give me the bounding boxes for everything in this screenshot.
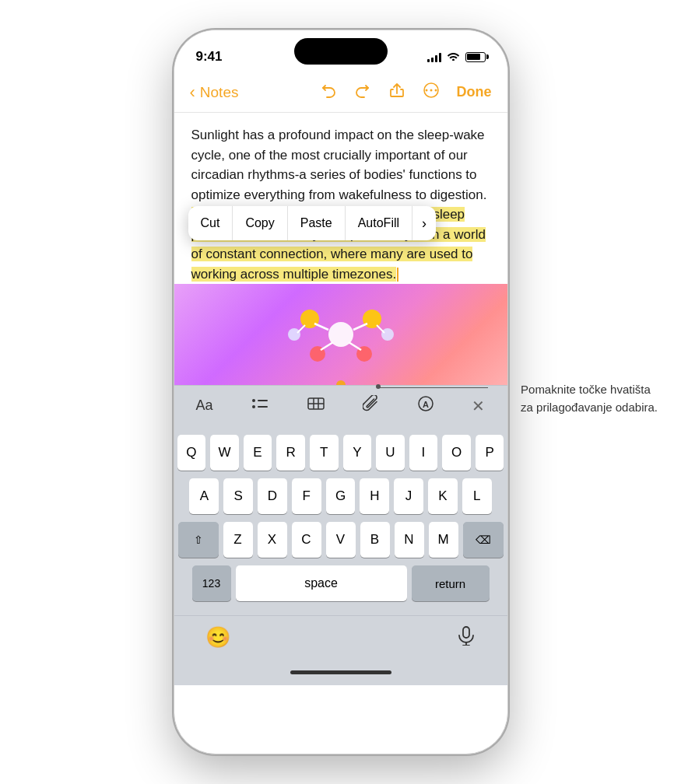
key-i[interactable]: I: [409, 435, 438, 471]
emoji-button[interactable]: 😊: [205, 625, 230, 649]
svg-line-13: [321, 342, 333, 350]
nav-bar: ‹ Notes Done: [174, 72, 507, 113]
svg-line-12: [353, 324, 367, 330]
signal-icon: [427, 51, 441, 62]
svg-point-1: [430, 89, 432, 92]
autofill-button[interactable]: AutoFill: [346, 206, 412, 240]
key-t[interactable]: T: [310, 435, 339, 471]
image-area: [174, 284, 507, 385]
svg-point-10: [381, 328, 394, 341]
key-m[interactable]: M: [429, 522, 458, 558]
dynamic-island: [294, 38, 388, 65]
key-d[interactable]: D: [258, 478, 287, 514]
key-h[interactable]: H: [360, 478, 389, 514]
selection-handle[interactable]: [336, 380, 346, 385]
svg-point-9: [288, 328, 300, 341]
text-cursor: [397, 268, 398, 282]
delete-key[interactable]: ⌫: [463, 522, 504, 558]
battery-icon: [465, 52, 486, 62]
callout-line: [379, 387, 488, 388]
done-button[interactable]: Done: [457, 84, 492, 100]
nav-notes-label[interactable]: Notes: [200, 84, 239, 101]
share-icon[interactable]: [388, 82, 405, 103]
svg-line-11: [314, 324, 328, 330]
table-format-icon[interactable]: [307, 395, 325, 416]
note-text-before: Sunlight has a profound impact on the sl…: [191, 128, 487, 202]
return-key[interactable]: return: [412, 565, 490, 601]
key-z[interactable]: Z: [223, 522, 253, 558]
key-n[interactable]: N: [395, 522, 424, 558]
svg-point-17: [252, 399, 255, 402]
key-k[interactable]: K: [428, 478, 458, 514]
svg-point-18: [252, 405, 255, 408]
svg-rect-27: [463, 627, 469, 638]
wifi-icon: [447, 51, 460, 63]
key-a[interactable]: A: [189, 478, 219, 514]
redo-icon[interactable]: [354, 82, 371, 103]
key-p[interactable]: P: [476, 435, 504, 471]
content-area: Sunlight has a profound impact on the sl…: [174, 113, 507, 284]
numbers-key[interactable]: 123: [192, 565, 231, 601]
more-icon[interactable]: [423, 82, 440, 103]
markup-icon[interactable]: A: [417, 395, 434, 416]
mic-button[interactable]: [456, 625, 476, 650]
callout-text: Pomaknite točke hvatišta za prilagođavan…: [521, 381, 658, 416]
key-o[interactable]: O: [442, 435, 471, 471]
svg-line-15: [297, 325, 305, 333]
svg-line-16: [377, 325, 384, 333]
keyboard: Q W E R T Y U I O P A S D F G H J K L ⇧ …: [174, 425, 507, 615]
context-menu: Cut Copy Paste AutoFill ›: [188, 206, 437, 240]
svg-point-0: [425, 89, 427, 92]
key-g[interactable]: G: [326, 478, 356, 514]
back-arrow-icon[interactable]: ‹: [190, 82, 195, 103]
paste-button[interactable]: Paste: [288, 206, 346, 240]
home-bar: [290, 670, 391, 674]
callout-dot: [376, 384, 381, 389]
shift-key[interactable]: ⇧: [178, 522, 219, 558]
more-options-button[interactable]: ›: [412, 206, 436, 240]
space-key[interactable]: space: [236, 565, 407, 601]
note-text[interactable]: Sunlight has a profound impact on the sl…: [191, 125, 490, 284]
svg-text:A: A: [423, 400, 429, 409]
key-u[interactable]: U: [376, 435, 405, 471]
key-s[interactable]: S: [223, 478, 253, 514]
status-icons: [427, 51, 486, 63]
status-bar: 9:41: [174, 30, 507, 72]
key-c[interactable]: C: [292, 522, 321, 558]
key-y[interactable]: Y: [343, 435, 372, 471]
cut-button[interactable]: Cut: [188, 206, 233, 240]
svg-rect-20: [258, 406, 268, 408]
molecule-image: [271, 288, 411, 381]
key-r[interactable]: R: [276, 435, 305, 471]
key-f[interactable]: F: [292, 478, 321, 514]
copy-button[interactable]: Copy: [233, 206, 287, 240]
key-w[interactable]: W: [210, 435, 239, 471]
bottom-bar: 😊: [174, 615, 507, 659]
key-q[interactable]: Q: [177, 435, 206, 471]
key-b[interactable]: B: [360, 522, 390, 558]
home-indicator: [174, 659, 507, 685]
status-time: 9:41: [196, 49, 223, 65]
key-e[interactable]: E: [244, 435, 272, 471]
close-toolbar-icon[interactable]: ✕: [472, 397, 485, 415]
keyboard-row-4: 123 space return: [177, 565, 504, 601]
svg-point-2: [434, 89, 437, 92]
svg-rect-19: [258, 400, 268, 401]
format-toolbar: Aa A: [174, 385, 507, 425]
nav-back[interactable]: ‹ Notes: [190, 82, 239, 103]
attach-icon[interactable]: [363, 395, 380, 416]
svg-line-14: [349, 342, 361, 350]
undo-icon[interactable]: [320, 82, 337, 103]
key-v[interactable]: V: [326, 522, 356, 558]
keyboard-row-1: Q W E R T Y U I O P: [177, 435, 504, 471]
list-format-icon[interactable]: [251, 395, 269, 416]
text-format-button[interactable]: Aa: [196, 397, 213, 414]
keyboard-row-3: ⇧ Z X C V B N M ⌫: [177, 522, 504, 558]
phone-frame: 9:41 ‹ Notes: [174, 30, 508, 754]
key-x[interactable]: X: [258, 522, 287, 558]
nav-actions: Done: [320, 82, 492, 103]
key-j[interactable]: J: [394, 478, 423, 514]
key-l[interactable]: L: [462, 478, 492, 514]
keyboard-row-2: A S D F G H J K L: [177, 478, 504, 514]
